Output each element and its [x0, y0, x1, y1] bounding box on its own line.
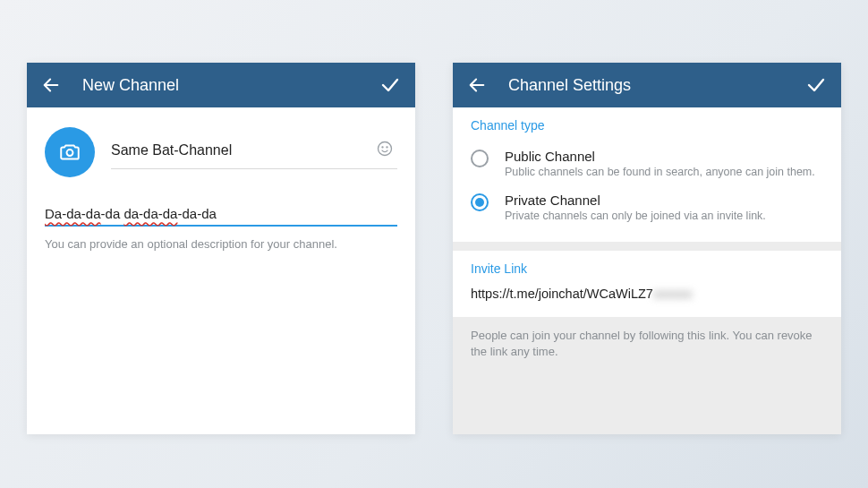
settings-titlebar: Channel Settings	[453, 63, 841, 107]
description-hint: You can provide an optional description …	[45, 237, 397, 251]
private-channel-sub: Private channels can only be joined via …	[505, 210, 766, 222]
back-arrow-icon[interactable]	[467, 75, 487, 95]
channel-type-section: Channel type Public Channel Public chann…	[453, 107, 841, 242]
new-channel-card: New Channel Da-da-da-da da-da-da-da-da Y…	[27, 63, 415, 434]
invite-link-section: Invite Link https://t.me/joinchat/WCaWiL…	[453, 251, 841, 317]
private-channel-option[interactable]: Private Channel Private channels can onl…	[471, 185, 823, 229]
channel-name-input[interactable]	[111, 142, 372, 158]
new-channel-titlebar: New Channel	[27, 63, 415, 107]
channel-type-heading: Channel type	[471, 118, 823, 133]
invite-link-heading: Invite Link	[471, 261, 823, 276]
channel-name-row	[45, 122, 397, 190]
confirm-check-icon[interactable]	[379, 74, 401, 96]
radio-icon	[471, 150, 489, 167]
new-channel-body: Da-da-da-da da-da-da-da-da You can provi…	[27, 107, 415, 269]
section-divider	[453, 242, 841, 251]
invite-link-hint: People can join your channel by followin…	[453, 317, 841, 396]
channel-name-field-wrap	[111, 136, 397, 169]
channel-settings-card: Channel Settings Channel type Public Cha…	[453, 63, 841, 434]
invite-link-value[interactable]: https://t.me/joinchat/WCaWiLZ7xxxxxx	[471, 285, 823, 308]
back-arrow-icon[interactable]	[41, 75, 61, 95]
new-channel-title: New Channel	[82, 76, 358, 95]
public-channel-option[interactable]: Public Channel Public channels can be fo…	[471, 141, 823, 185]
radio-icon	[471, 193, 489, 211]
emoji-picker-icon[interactable]	[372, 136, 397, 165]
svg-point-1	[67, 150, 73, 156]
channel-photo-button[interactable]	[45, 127, 95, 177]
svg-point-3	[382, 146, 383, 147]
public-channel-label: Public Channel	[505, 149, 815, 164]
channel-description-input[interactable]: Da-da-da-da da-da-da-da-da	[45, 206, 397, 227]
svg-point-2	[379, 141, 392, 155]
private-channel-label: Private Channel	[505, 193, 766, 208]
public-channel-sub: Public channels can be found in search, …	[505, 166, 815, 178]
settings-title: Channel Settings	[508, 76, 784, 95]
svg-point-4	[387, 146, 387, 147]
confirm-check-icon[interactable]	[805, 74, 827, 96]
camera-icon	[58, 141, 81, 164]
